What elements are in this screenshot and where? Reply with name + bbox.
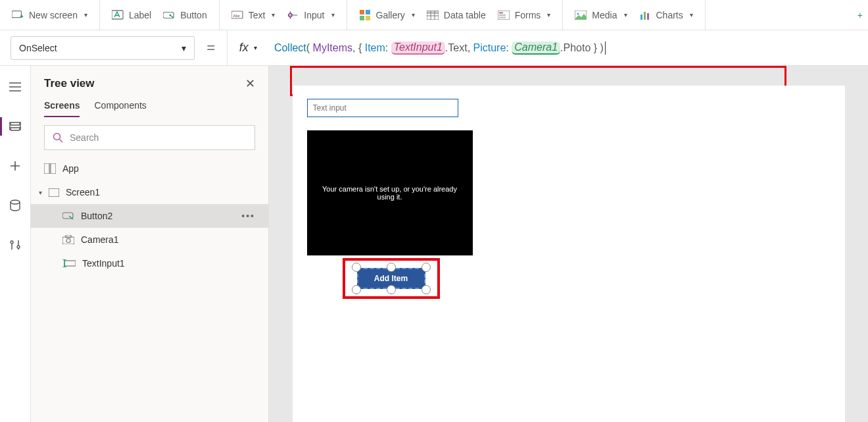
svg-point-22: [11, 200, 20, 204]
camera-icon: [62, 235, 74, 244]
gallery-btn-text: Gallery: [376, 10, 405, 20]
button-caption: Add Item: [374, 274, 408, 283]
overflow-icon[interactable]: +: [857, 10, 863, 20]
app-icon: [44, 163, 56, 174]
text-btn-text: Text: [249, 10, 266, 20]
fx-icon: fx: [239, 41, 251, 55]
annotation-highlight-button: Add Item: [343, 258, 440, 299]
button-button[interactable]: Button: [163, 9, 206, 21]
new-screen-button[interactable]: New screen ▾: [12, 9, 87, 21]
search-placeholder: Search: [70, 132, 99, 143]
tab-screens[interactable]: Screens: [44, 100, 80, 117]
chevron-down-icon: ▾: [84, 11, 87, 18]
formula-token-collection: MyItems: [313, 42, 352, 54]
input-btn-text: Input: [304, 10, 324, 20]
charts-btn-text: Charts: [656, 10, 683, 20]
resize-handle[interactable]: [422, 285, 431, 294]
more-icon[interactable]: •••: [241, 211, 255, 221]
tree-node-label: TextInput1: [82, 258, 125, 269]
tree-node-label: Camera1: [81, 234, 119, 245]
svg-rect-21: [647, 13, 649, 20]
left-rail: [0, 66, 31, 422]
media-button[interactable]: Media ▾: [575, 9, 627, 21]
new-screen-label: New screen: [29, 10, 78, 20]
svg-rect-0: [12, 11, 21, 17]
charts-button[interactable]: Charts ▾: [639, 9, 693, 21]
close-icon[interactable]: ✕: [245, 76, 255, 91]
chevron-down-icon: ▾: [181, 43, 186, 53]
datatable-button[interactable]: Data table: [427, 9, 486, 21]
formula-token-camera1: Camera1: [512, 41, 560, 55]
tab-components[interactable]: Components: [94, 100, 146, 117]
tree-node-textinput1[interactable]: TextInput1: [31, 251, 268, 275]
media-btn-text: Media: [592, 10, 617, 20]
gallery-icon: [359, 9, 371, 21]
label-btn-text: Label: [129, 10, 151, 20]
svg-rect-8: [366, 10, 370, 14]
design-canvas[interactable]: Your camera isn't set up, or you're alre…: [293, 86, 845, 422]
tree-node-camera1[interactable]: Camera1: [31, 228, 268, 251]
tree-view-title: Tree view: [44, 77, 95, 90]
svg-rect-7: [360, 10, 364, 14]
canvas-text-input[interactable]: [307, 99, 458, 117]
resize-handle[interactable]: [352, 263, 361, 272]
textinput-icon: [62, 259, 76, 267]
resize-handle[interactable]: [387, 263, 396, 272]
rail-hamburger[interactable]: [0, 74, 31, 100]
resize-handle[interactable]: [387, 285, 396, 294]
rail-data[interactable]: [0, 192, 31, 219]
tree-node-button2[interactable]: Button2 •••: [31, 204, 268, 228]
label-icon: [112, 9, 124, 21]
button-icon: [163, 9, 175, 21]
svg-point-3: [170, 14, 172, 16]
gallery-button[interactable]: Gallery ▾: [359, 9, 415, 21]
top-toolbar: New screen ▾ Label Button Abc Text ▾: [0, 0, 868, 30]
tree-node-screen1[interactable]: ▾ Screen1: [31, 180, 268, 204]
button-icon: [62, 211, 74, 221]
tree-node-app[interactable]: App: [31, 157, 268, 180]
svg-point-23: [11, 241, 13, 244]
svg-point-32: [66, 239, 70, 243]
svg-point-24: [17, 246, 20, 248]
camera-message: Your camera isn't set up, or you're alre…: [314, 185, 466, 201]
formula-token-textinput1: TextInput1: [391, 41, 445, 55]
svg-rect-9: [360, 16, 364, 20]
charts-icon: [639, 9, 651, 21]
resize-handle[interactable]: [422, 263, 431, 272]
rail-tree-view[interactable]: [0, 113, 31, 140]
tree-search-input[interactable]: Search: [44, 125, 255, 150]
svg-text:Abc: Abc: [233, 13, 239, 17]
screen-icon: [49, 188, 59, 197]
tree-node-label: Button2: [81, 211, 112, 221]
input-icon: [287, 9, 299, 21]
button-btn-text: Button: [180, 10, 206, 20]
rail-tools[interactable]: [0, 232, 31, 258]
svg-rect-27: [51, 163, 56, 174]
svg-rect-12: [427, 11, 439, 13]
formula-input[interactable]: Collect( MyItems, { Item: TextInput1.Tex…: [265, 36, 848, 61]
canvas-button-selection[interactable]: Add Item: [357, 268, 425, 289]
forms-button[interactable]: Forms ▾: [498, 9, 551, 21]
property-selector[interactable]: OnSelect ▾: [11, 36, 195, 60]
media-icon: [575, 9, 587, 21]
text-button[interactable]: Abc Text ▾: [231, 9, 276, 21]
rail-insert[interactable]: [0, 153, 31, 179]
svg-rect-20: [644, 12, 646, 20]
fx-button[interactable]: fx ▾: [227, 30, 257, 65]
canvas-camera[interactable]: Your camera isn't set up, or you're alre…: [307, 130, 473, 255]
chevron-down-icon: ▾: [412, 11, 415, 18]
formula-token-func: Collect: [274, 42, 306, 54]
canvas-area: Your camera isn't set up, or you're alre…: [269, 66, 868, 422]
chevron-down-icon: ▾: [254, 44, 257, 51]
svg-rect-10: [366, 16, 370, 20]
main-area: Tree view ✕ Screens Components Search Ap…: [0, 66, 868, 422]
resize-handle[interactable]: [352, 285, 361, 294]
input-button[interactable]: Input ▾: [287, 9, 334, 21]
chevron-down-icon: ▾: [272, 11, 275, 18]
label-button[interactable]: Label: [112, 9, 151, 21]
text-icon: Abc: [231, 9, 243, 21]
svg-rect-14: [499, 12, 503, 13]
svg-rect-28: [49, 188, 59, 197]
forms-icon: [498, 9, 510, 21]
svg-rect-26: [44, 163, 49, 174]
